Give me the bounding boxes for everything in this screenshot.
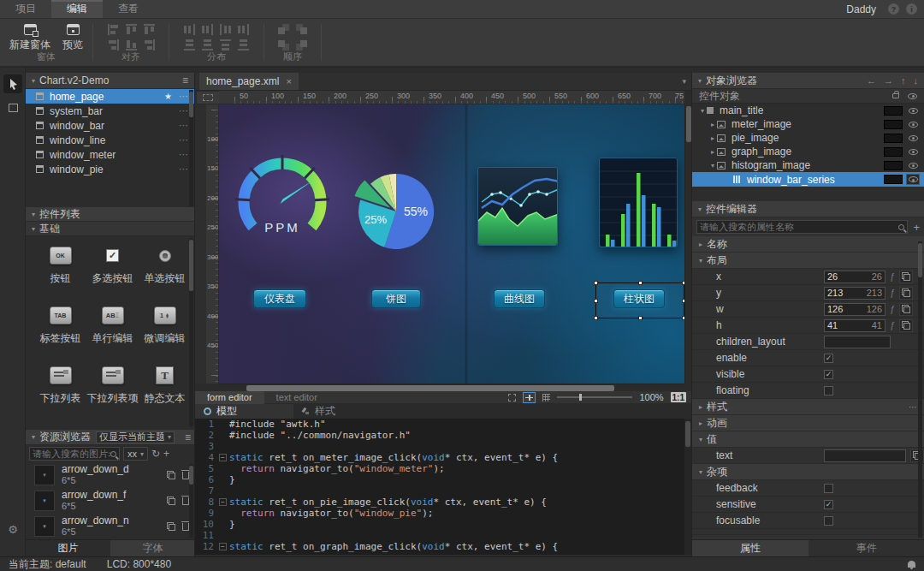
pie-chart-image[interactable]: 25% 55% [349, 163, 445, 259]
fx-icon[interactable]: ƒ [890, 272, 895, 282]
tab-images[interactable]: 图片 [26, 540, 110, 556]
resize-handle[interactable] [638, 316, 643, 320]
distribute-vcenter-icon[interactable] [202, 39, 213, 51]
widget-item-line-edit[interactable]: AB⌶ 单行编辑 [86, 306, 139, 346]
bind-button[interactable] [899, 303, 913, 316]
distribute-left-icon[interactable] [184, 24, 195, 35]
menu-icon[interactable]: ≡ [182, 74, 188, 86]
replace-icon[interactable] [167, 522, 175, 531]
distribute-hcenter-icon[interactable] [202, 24, 213, 35]
more-icon[interactable]: ⋯ [179, 134, 189, 146]
more-icon[interactable]: ⋯ [179, 164, 189, 175]
widget-item-radio[interactable]: 单选按钮 [139, 247, 191, 286]
collapse-icon[interactable]: ▾ [701, 107, 704, 115]
close-icon[interactable]: × [286, 76, 291, 86]
add-icon[interactable]: + [163, 448, 169, 460]
favorite-icon[interactable]: ★ [164, 92, 172, 101]
fx-icon[interactable]: ƒ [890, 321, 895, 330]
resize-handle[interactable] [594, 316, 598, 320]
widget-item-progress[interactable]: 70% [139, 426, 191, 428]
align-vcenter-icon[interactable] [144, 39, 155, 51]
delete-icon[interactable] [182, 523, 189, 531]
scrollbar[interactable] [918, 241, 922, 538]
tab-events[interactable]: 事件 [808, 540, 924, 556]
replace-icon[interactable] [167, 471, 175, 479]
object-node-pie-image[interactable]: ▸ pie_image [692, 131, 924, 145]
align-bottom-icon[interactable] [126, 39, 137, 51]
line-page-button[interactable]: 曲线图 [494, 289, 545, 308]
tree-item-window-pie[interactable]: window_pie ⋯ [26, 162, 194, 176]
widget-item-combobox-item[interactable]: 下拉列表项 [86, 366, 139, 406]
widget-item-button[interactable]: OK 按钮 [34, 247, 86, 286]
eye-icon[interactable] [909, 122, 918, 128]
tree-item-system-bar[interactable]: system_bar ⋯ [26, 104, 194, 118]
bind-button[interactable] [899, 287, 913, 300]
more-icon[interactable]: ⋯ [179, 105, 189, 116]
select-tool-button[interactable] [3, 74, 22, 93]
marquee-select-icon[interactable] [508, 394, 516, 401]
expand-icon[interactable]: ▸ [711, 121, 714, 128]
lock-icon[interactable] [892, 93, 899, 98]
send-back-icon[interactable] [296, 39, 307, 51]
object-node-window-bar-series[interactable]: window_bar_series [692, 172, 924, 187]
visibility-slot[interactable] [884, 134, 903, 143]
floating-checkbox[interactable] [824, 386, 833, 396]
sensitive-checkbox[interactable]: ✓ [824, 500, 833, 509]
scrollbar[interactable] [189, 90, 193, 206]
resource-item[interactable]: ▾ arrow_down_f 6*5 [26, 488, 194, 514]
section-layout[interactable]: ▾ 布局 [692, 253, 924, 269]
resource-item[interactable]: ▾ arrow_down_d 6*5 [26, 462, 194, 488]
bar-chart-image[interactable] [599, 158, 678, 247]
widget-list-header[interactable]: ▾ 控件列表 [26, 207, 194, 222]
zoom-reset-button[interactable]: 1:1 [671, 392, 686, 402]
distribute-bottom-icon[interactable] [220, 39, 231, 51]
expand-icon[interactable]: ▸ [711, 134, 714, 142]
visibility-slot[interactable] [884, 161, 903, 170]
collapse-icon[interactable]: ▾ [711, 162, 714, 170]
resize-handle[interactable] [638, 281, 643, 285]
section-style[interactable]: ▸ 样式 ⋯ [692, 399, 924, 415]
eye-icon[interactable] [909, 108, 918, 114]
tab-home-page-xml[interactable]: home_page.xml × [199, 73, 299, 90]
feedback-checkbox[interactable] [824, 484, 833, 493]
property-search-input[interactable] [700, 222, 898, 232]
canvas-vscrollbar[interactable] [684, 104, 691, 384]
tab-list-dropdown-icon[interactable]: ▾ [682, 77, 686, 86]
section-name[interactable]: ▸ 名称 [692, 236, 924, 253]
object-node-histogram-image[interactable]: ▾ histogram_image [692, 158, 924, 172]
align-right-icon[interactable] [108, 39, 119, 51]
tab-fonts[interactable]: 字体 [110, 540, 195, 556]
section-value[interactable]: ▾ 值 [692, 431, 924, 448]
x-input[interactable]: 2626 [824, 271, 886, 283]
move-tool-icon[interactable] [523, 392, 536, 403]
menu-tab-project[interactable]: 项目 [0, 0, 51, 18]
info-icon[interactable]: i [906, 3, 917, 15]
focusable-checkbox[interactable] [824, 516, 833, 526]
size-filter-dropdown[interactable]: xx ▾ [123, 447, 148, 461]
visibility-slot[interactable] [884, 106, 903, 116]
visibility-slot[interactable] [884, 120, 903, 129]
distribute-top-icon[interactable] [184, 39, 195, 51]
h-input[interactable]: 4141 [824, 319, 886, 332]
menu-tab-edit[interactable]: 编辑 [51, 0, 103, 18]
eye-icon[interactable] [908, 93, 917, 99]
section-misc[interactable]: ▾ 杂项 [692, 464, 924, 480]
tree-item-window-line[interactable]: window_line ⋯ [26, 133, 194, 147]
design-canvas[interactable]: PPM 25% 55% [219, 104, 684, 384]
resource-search-input[interactable] [33, 449, 110, 459]
align-left-icon[interactable] [108, 24, 119, 35]
resource-search-field[interactable] [29, 447, 120, 461]
text-input[interactable] [824, 449, 906, 462]
resize-handle[interactable] [594, 299, 598, 303]
bring-front-icon[interactable] [296, 24, 307, 35]
replace-icon[interactable] [167, 497, 175, 505]
tree-item-window-bar[interactable]: window_bar ⋯ [26, 118, 194, 133]
align-hcenter-icon[interactable] [126, 24, 137, 35]
eye-icon[interactable] [909, 176, 918, 182]
widget-item-combobox[interactable]: 下拉列表 [34, 366, 86, 406]
move-right-icon[interactable]: → [884, 75, 893, 86]
tab-form-editor[interactable]: form editor [195, 391, 264, 404]
zoom-slider[interactable] [557, 396, 632, 398]
widget-item-checkbox[interactable]: ✓ 多选按钮 [86, 247, 139, 286]
meter-gauge-image[interactable]: PPM [231, 149, 334, 252]
